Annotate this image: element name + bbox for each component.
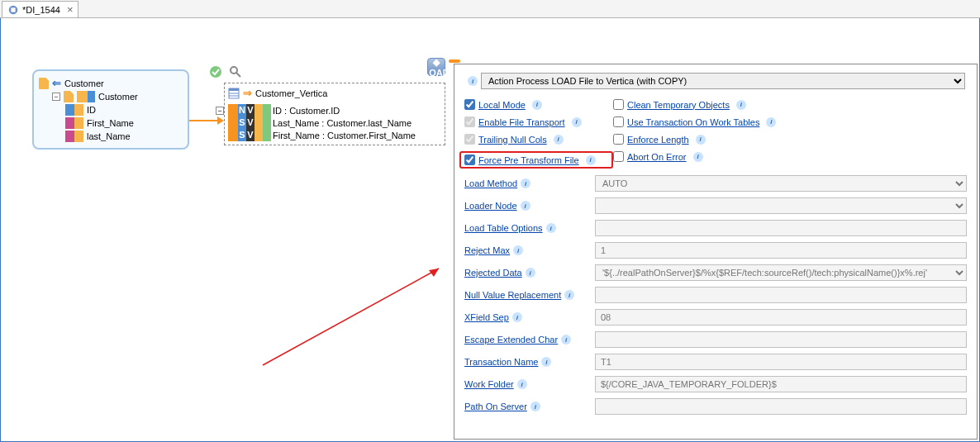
- check-label[interactable]: Enable File Transport: [478, 117, 565, 127]
- property-label[interactable]: Path On Server: [464, 402, 527, 411]
- info-icon[interactable]: i: [521, 178, 530, 188]
- field-row[interactable]: First_Name: [65, 116, 183, 130]
- mapping-row[interactable]: NV ID : Customer.ID: [228, 104, 445, 116]
- info-icon[interactable]: i: [561, 335, 571, 345]
- check-option[interactable]: Force Pre Transform Filei: [459, 151, 613, 169]
- field-row[interactable]: last_Name: [65, 130, 183, 143]
- property-row: Work Folderi: [464, 376, 967, 392]
- info-icon[interactable]: i: [564, 290, 574, 300]
- check-option[interactable]: Local Modei: [464, 99, 613, 110]
- expand-toggle[interactable]: −: [216, 107, 224, 115]
- property-input[interactable]: [595, 331, 967, 348]
- info-icon[interactable]: i: [512, 312, 522, 322]
- info-icon[interactable]: i: [693, 152, 703, 162]
- property-label[interactable]: Escape Extended Char: [464, 335, 558, 345]
- property-input[interactable]: [595, 220, 967, 236]
- action-select[interactable]: Action Process LOAD File to Vertica (wit…: [481, 73, 965, 89]
- svg-rect-1: [11, 7, 15, 12]
- field-numeric-icon: [65, 104, 83, 116]
- info-icon[interactable]: i: [517, 379, 527, 389]
- property-label[interactable]: Rejected Data: [464, 268, 522, 278]
- info-icon[interactable]: i: [532, 100, 542, 110]
- editor-tab[interactable]: *DI_1544 ×: [2, 1, 78, 17]
- property-row: XField Sepi: [464, 309, 967, 326]
- check-option[interactable]: Trailing Null Colsi: [464, 134, 613, 145]
- info-icon[interactable]: i: [546, 223, 556, 233]
- check-ok-icon[interactable]: [209, 65, 222, 78]
- close-icon[interactable]: ×: [64, 3, 74, 16]
- svg-text:V: V: [247, 105, 254, 115]
- checkbox[interactable]: [464, 99, 475, 110]
- info-icon[interactable]: i: [696, 135, 706, 145]
- check-label[interactable]: Abort On Error: [627, 152, 687, 162]
- info-icon[interactable]: i: [530, 402, 540, 411]
- checkbox[interactable]: [613, 134, 624, 145]
- info-icon[interactable]: i: [526, 268, 535, 278]
- property-input[interactable]: [595, 354, 967, 370]
- property-label[interactable]: Loader Node: [464, 201, 517, 211]
- check-option[interactable]: Enable File Transporti: [464, 116, 613, 127]
- property-input[interactable]: [595, 197, 967, 214]
- info-icon[interactable]: i: [513, 245, 523, 255]
- check-label[interactable]: Trailing Null Cols: [478, 135, 547, 145]
- svg-rect-18: [228, 116, 238, 129]
- mapping-row[interactable]: SV First_Name : Customer.First_Name: [228, 129, 445, 141]
- info-icon[interactable]: i: [586, 155, 596, 165]
- editor-canvas[interactable]: ⇐ Customer − Customer ID First_Name last…: [0, 18, 980, 442]
- check-label[interactable]: Force Pre Transform File: [478, 155, 579, 165]
- checkbox[interactable]: [464, 134, 475, 145]
- checkbox[interactable]: [613, 116, 624, 127]
- property-label[interactable]: Load Table Options: [464, 223, 543, 233]
- svg-rect-32: [449, 59, 460, 63]
- property-input[interactable]: [595, 287, 967, 303]
- info-icon[interactable]: i: [736, 100, 746, 110]
- property-input[interactable]: [595, 242, 967, 259]
- source-box-customer[interactable]: ⇐ Customer − Customer ID First_Name last…: [32, 69, 189, 150]
- field-row[interactable]: ID: [65, 103, 183, 116]
- checkbox[interactable]: [464, 154, 475, 165]
- expand-toggle[interactable]: −: [52, 93, 60, 101]
- check-label[interactable]: Local Mode: [478, 100, 526, 110]
- field-label: last_Name: [87, 131, 131, 141]
- property-label[interactable]: Reject Max: [464, 245, 510, 255]
- property-row: Reject Maxi: [464, 242, 967, 259]
- property-row: Load Table Optionsi: [464, 220, 967, 236]
- source-nested[interactable]: − Customer: [52, 90, 183, 103]
- info-icon[interactable]: i: [554, 135, 564, 145]
- info-icon[interactable]: i: [468, 76, 478, 86]
- search-icon[interactable]: [229, 65, 242, 78]
- info-icon[interactable]: i: [521, 201, 530, 211]
- svg-point-4: [210, 66, 221, 78]
- info-icon[interactable]: i: [766, 117, 776, 127]
- info-icon[interactable]: i: [572, 117, 582, 127]
- check-label[interactable]: Enforce Length: [627, 135, 689, 145]
- check-option[interactable]: Use Transaction On Work Tablesi: [613, 116, 967, 127]
- checkbox[interactable]: [613, 99, 624, 110]
- property-input[interactable]: '${../realPathOnServer}$/%x{$REF/tech:so…: [595, 264, 967, 281]
- check-label[interactable]: Use Transaction On Work Tables: [627, 117, 759, 127]
- property-label[interactable]: Work Folder: [464, 379, 514, 389]
- property-input[interactable]: [595, 309, 967, 326]
- check-option[interactable]: Abort On Errori: [613, 151, 967, 162]
- arrow-left-icon: ⇐: [52, 77, 61, 89]
- property-input[interactable]: [595, 398, 967, 415]
- editor-icon: [7, 4, 19, 16]
- property-input[interactable]: [595, 376, 967, 392]
- property-input[interactable]: AUTO: [595, 175, 967, 192]
- property-label[interactable]: Transaction Name: [464, 357, 538, 367]
- check-label[interactable]: Clean Temporary Objects: [627, 100, 730, 110]
- source-header[interactable]: ⇐ Customer: [39, 76, 183, 90]
- target-header[interactable]: ⇒ Customer_Vertica: [225, 83, 445, 102]
- check-option[interactable]: Clean Temporary Objectsi: [613, 99, 967, 110]
- info-icon[interactable]: i: [541, 357, 551, 367]
- checkbox[interactable]: [464, 116, 475, 127]
- property-label[interactable]: Load Method: [464, 178, 517, 188]
- svg-rect-23: [255, 116, 263, 129]
- target-box-vertica[interactable]: − ⇒ Customer_Vertica NV ID : Customer.ID…: [224, 83, 445, 145]
- checkbox[interactable]: [613, 151, 624, 162]
- mapping-row[interactable]: SV Last_Name : Customer.last_Name: [228, 116, 445, 129]
- property-label[interactable]: XField Sep: [464, 312, 509, 322]
- check-option[interactable]: Enforce Lengthi: [613, 134, 967, 145]
- property-label[interactable]: Null Value Replacement: [464, 290, 561, 300]
- property-row: Escape Extended Chari: [464, 331, 967, 348]
